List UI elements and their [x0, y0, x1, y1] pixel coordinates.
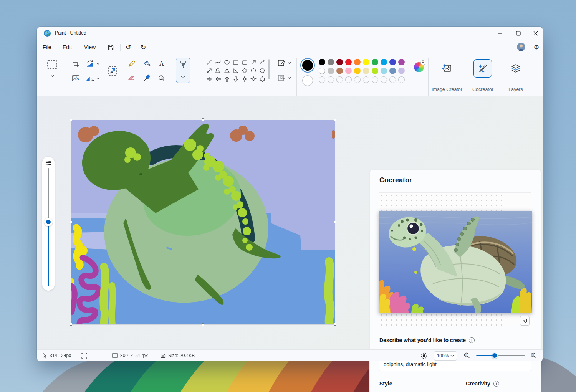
color-swatch[interactable] — [389, 59, 396, 65]
magnifier-tool-button[interactable] — [156, 73, 168, 84]
color-swatch[interactable] — [336, 76, 343, 83]
selection-handle[interactable] — [334, 323, 336, 326]
color-swatch[interactable] — [398, 68, 405, 74]
shape-outline-chevron[interactable] — [286, 61, 292, 65]
shape-arrow[interactable] — [249, 58, 258, 66]
rotate-button[interactable] — [84, 58, 96, 69]
selection-handle[interactable] — [70, 119, 72, 121]
undo-button[interactable]: ↺ — [123, 42, 134, 52]
menu-edit[interactable]: Edit — [60, 42, 74, 52]
color-swatch[interactable] — [389, 68, 396, 74]
color-swatch[interactable] — [363, 68, 369, 74]
shape-rectangle[interactable] — [231, 58, 240, 66]
account-avatar[interactable] — [517, 43, 525, 51]
zoom-in-button[interactable] — [531, 350, 537, 361]
zoom-out-button[interactable] — [464, 350, 470, 361]
shape-four-point-star[interactable] — [240, 75, 249, 83]
generated-turtle-image[interactable] — [379, 211, 532, 313]
selection-handle[interactable] — [202, 323, 204, 326]
selection-handle[interactable] — [70, 323, 72, 326]
flip-button[interactable] — [84, 73, 96, 84]
save-button[interactable] — [105, 42, 116, 52]
shape-right-block-arrow[interactable] — [205, 75, 214, 83]
shape-curved-arrow[interactable] — [258, 58, 266, 66]
shape-down-block-arrow[interactable] — [231, 75, 240, 83]
fill-tool-button[interactable] — [141, 58, 153, 69]
shape-polygon[interactable] — [214, 66, 222, 74]
menu-file[interactable]: File — [40, 42, 54, 52]
color-swatch[interactable] — [363, 76, 369, 83]
shape-triangle[interactable] — [222, 66, 231, 74]
selection-handle[interactable] — [202, 118, 204, 121]
color-swatch[interactable] — [372, 59, 378, 65]
shape-five-point-star[interactable] — [249, 75, 258, 83]
describe-info-icon[interactable]: i — [469, 337, 475, 343]
color-swatch[interactable] — [345, 68, 352, 74]
edit-colors-wheel[interactable]: + — [414, 62, 425, 73]
brushes-dropdown-chevron[interactable] — [181, 76, 185, 79]
maximize-button[interactable] — [510, 27, 527, 40]
eraser-tool-button[interactable] — [126, 73, 138, 84]
thickness-slider-handle[interactable] — [44, 218, 53, 226]
brushes-button[interactable] — [176, 58, 190, 83]
shape-ellipse[interactable] — [222, 58, 231, 66]
image-creator-button[interactable] — [441, 62, 453, 74]
minimize-button[interactable] — [492, 27, 509, 40]
shape-rounded-rectangle[interactable] — [240, 58, 249, 66]
color-swatch[interactable] — [328, 68, 334, 74]
color-swatch[interactable] — [345, 76, 352, 83]
color-swatch[interactable] — [354, 59, 361, 65]
shape-pentagon[interactable] — [249, 66, 258, 74]
shape-six-point-star[interactable] — [258, 75, 266, 83]
shape-line[interactable] — [205, 58, 214, 66]
fit-to-screen-button[interactable] — [421, 350, 427, 361]
selection-dropdown-chevron[interactable] — [48, 73, 56, 78]
shape-fill-button[interactable] — [277, 73, 287, 83]
creativity-info-icon[interactable]: i — [493, 381, 499, 387]
color-swatch[interactable] — [354, 68, 361, 74]
color-swatch[interactable] — [381, 76, 387, 83]
remove-background-button[interactable] — [70, 73, 81, 84]
redo-button[interactable]: ↻ — [138, 42, 149, 52]
color-swatch[interactable] — [372, 76, 378, 83]
thickness-slider[interactable] — [42, 157, 55, 291]
eyedropper-tool-button[interactable] — [141, 73, 153, 84]
color-swatch[interactable] — [336, 59, 343, 65]
settings-gear-icon[interactable]: ⚙ — [531, 42, 541, 52]
cocreator-button[interactable] — [473, 59, 492, 78]
color-swatch[interactable] — [319, 59, 325, 65]
zoom-slider-handle[interactable] — [492, 352, 498, 359]
rotate-dropdown-chevron[interactable] — [95, 61, 101, 66]
zoom-slider[interactable] — [476, 352, 525, 359]
zoom-level-dropdown[interactable]: 100% — [434, 351, 457, 361]
copy-to-canvas-button[interactable] — [520, 316, 530, 326]
text-tool-button[interactable]: A — [156, 58, 168, 69]
color-swatch[interactable] — [398, 59, 405, 65]
shape-diamond[interactable] — [240, 66, 249, 74]
color-swatch[interactable] — [398, 76, 405, 83]
shape-hexagon[interactable] — [258, 66, 266, 74]
shape-up-block-arrow[interactable] — [222, 75, 231, 83]
shape-fill-chevron[interactable] — [286, 76, 292, 80]
shape-two-way-arrow[interactable] — [205, 66, 214, 74]
color-swatch[interactable] — [345, 59, 352, 65]
color-swatch[interactable] — [319, 76, 325, 83]
color-swatch[interactable] — [389, 76, 396, 83]
color-swatch[interactable] — [328, 76, 334, 83]
shape-outline-button[interactable] — [277, 58, 287, 68]
color-swatch[interactable] — [354, 76, 361, 83]
selection-handle[interactable] — [334, 221, 336, 223]
shape-right-triangle[interactable] — [231, 66, 240, 74]
foreground-color-swatch[interactable] — [300, 58, 315, 73]
flip-dropdown-chevron[interactable] — [95, 76, 101, 81]
selection-tool-button[interactable] — [45, 58, 59, 71]
color-swatch[interactable] — [381, 59, 387, 65]
resize-image-button[interactable] — [106, 65, 119, 78]
shape-curve[interactable] — [214, 58, 222, 66]
drawing-canvas[interactable] — [71, 120, 335, 324]
color-swatch[interactable] — [372, 68, 378, 74]
selection-handle[interactable] — [70, 221, 72, 223]
color-swatch[interactable] — [363, 59, 369, 65]
selection-handle[interactable] — [334, 119, 336, 121]
background-color-swatch[interactable] — [302, 75, 313, 86]
